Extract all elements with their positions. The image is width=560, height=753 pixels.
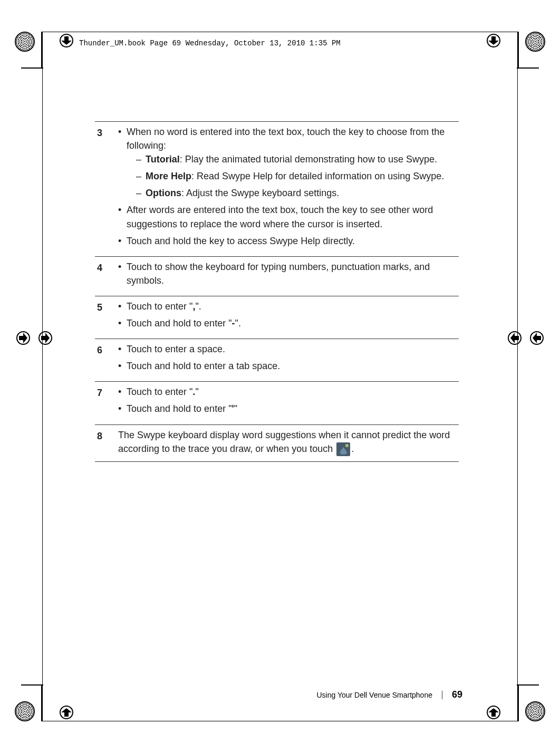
crop-mark bbox=[21, 67, 43, 69]
bold-term: Options bbox=[146, 188, 181, 198]
sub-list-item: Options: Adjust the Swype keyboard setti… bbox=[136, 186, 457, 200]
list-item: After words are entered into the text bo… bbox=[118, 203, 457, 230]
registration-mark-icon bbox=[525, 701, 545, 721]
text: Touch to enter " bbox=[127, 301, 192, 312]
footer-title: Using Your Dell Venue Smartphone bbox=[316, 691, 432, 699]
list-item: Touch and hold to enter a tab space. bbox=[118, 359, 457, 373]
list-item: Touch to enter ",". bbox=[118, 300, 457, 313]
list-item: When no word is entered into the text bo… bbox=[118, 125, 457, 200]
registration-arrow-icon bbox=[486, 705, 501, 720]
page-number: 69 bbox=[452, 689, 462, 700]
registration-arrow-icon bbox=[38, 331, 53, 345]
crop-mark bbox=[41, 32, 42, 69]
print-header: Thunder_UM.book Page 69 Wednesday, Octob… bbox=[79, 39, 341, 47]
registration-arrow-icon bbox=[529, 331, 544, 345]
bold-term: More Help bbox=[146, 171, 191, 181]
text: : Read Swype Help for detailed informati… bbox=[191, 171, 444, 181]
crop-mark bbox=[517, 67, 539, 69]
text: ". bbox=[195, 301, 201, 312]
registration-mark-icon bbox=[525, 32, 545, 52]
table-row: 3 When no word is entered into the text … bbox=[95, 121, 459, 256]
table-row: 5 Touch to enter ",". Touch and hold to … bbox=[95, 296, 459, 339]
sub-list-item: More Help: Read Swype Help for detailed … bbox=[136, 169, 457, 183]
page-footer: Using Your Dell Venue Smartphone 69 bbox=[316, 689, 462, 700]
text: " bbox=[234, 403, 237, 414]
table-row: 4 Touch to show the keyboard for typing … bbox=[95, 256, 459, 296]
text: Touch to enter " bbox=[127, 387, 192, 397]
row-number: 3 bbox=[97, 125, 118, 251]
table-row: 8 The Swype keyboard display word sugges… bbox=[95, 424, 459, 462]
footer-separator bbox=[442, 691, 442, 699]
swype-key-icon bbox=[336, 442, 350, 456]
row-body: Touch to enter a space. Touch and hold t… bbox=[118, 342, 457, 376]
text: Touch and hold to enter " bbox=[127, 403, 232, 414]
text: Touch and hold to enter " bbox=[127, 318, 232, 329]
row-body: Touch to show the keyboard for typing nu… bbox=[118, 260, 457, 291]
registration-arrow-icon bbox=[59, 705, 74, 720]
registration-arrow-icon bbox=[59, 33, 74, 48]
list-item: Touch to enter "." bbox=[118, 385, 457, 399]
crop-mark bbox=[518, 32, 519, 69]
list-item: Touch and hold the key to access Swype H… bbox=[118, 234, 457, 248]
registration-arrow-icon bbox=[16, 331, 31, 345]
registration-arrow-icon bbox=[486, 33, 501, 48]
row-number: 5 bbox=[97, 300, 118, 333]
row-number: 7 bbox=[97, 385, 118, 419]
sub-list-item: Tutorial: Play the animated tutorial dem… bbox=[136, 152, 457, 166]
list-item: Touch and hold to enter "-". bbox=[118, 316, 457, 330]
row-number: 6 bbox=[97, 342, 118, 376]
table-row: 7 Touch to enter "." Touch and hold to e… bbox=[95, 381, 459, 424]
registration-arrow-icon bbox=[507, 331, 522, 345]
text: The Swype keyboard display word suggesti… bbox=[118, 430, 450, 454]
crop-mark bbox=[41, 684, 42, 721]
registration-mark-icon bbox=[15, 701, 35, 721]
content-table: 3 When no word is entered into the text … bbox=[95, 121, 459, 462]
table-row: 6 Touch to enter a space. Touch and hold… bbox=[95, 339, 459, 381]
list-item: Touch to enter a space. bbox=[118, 342, 457, 356]
text: ". bbox=[235, 318, 241, 329]
crop-mark bbox=[517, 684, 539, 686]
row-number: 8 bbox=[97, 428, 118, 456]
row-body: When no word is entered into the text bo… bbox=[118, 125, 457, 251]
text: : Adjust the Swype keyboard settings. bbox=[181, 188, 339, 198]
crop-mark bbox=[518, 684, 519, 721]
registration-mark-icon bbox=[15, 32, 35, 52]
row-body: The Swype keyboard display word suggesti… bbox=[118, 428, 457, 456]
row-body: Touch to enter "." Touch and hold to ent… bbox=[118, 385, 457, 419]
text: . bbox=[351, 443, 354, 454]
text: When no word is entered into the text bo… bbox=[127, 127, 445, 151]
text: : Play the animated tutorial demonstrati… bbox=[180, 154, 437, 165]
list-item: Touch and hold to enter "'" bbox=[118, 402, 457, 416]
bold-term: Tutorial bbox=[146, 154, 180, 165]
text: " bbox=[195, 387, 198, 397]
row-body: Touch to enter ",". Touch and hold to en… bbox=[118, 300, 457, 333]
crop-mark bbox=[21, 684, 43, 686]
row-number: 4 bbox=[97, 260, 118, 291]
list-item: Touch to show the keyboard for typing nu… bbox=[118, 260, 457, 287]
